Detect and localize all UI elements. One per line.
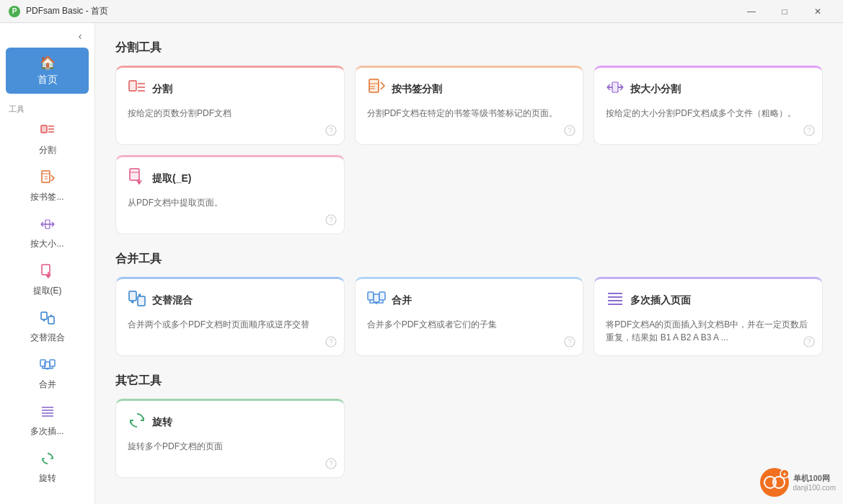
svg-rect-47 <box>612 82 618 92</box>
card-size-header: 按大小分割 <box>606 78 811 101</box>
svg-text:?: ? <box>329 216 333 224</box>
minimize-button[interactable]: — <box>735 0 768 23</box>
svg-rect-17 <box>50 360 55 366</box>
svg-text:?: ? <box>329 127 333 135</box>
titlebar-title: PDFsam Basic - 首页 <box>26 5 735 17</box>
sidebar-section-tools: 工具 <box>0 101 94 116</box>
card-extract-desc: 从PDF文档中提取页面。 <box>128 196 332 225</box>
svg-rect-57 <box>368 292 374 300</box>
main-content: 分割工具 分割 按给定的页数分割PDF文档 ? <box>95 23 843 504</box>
sidebar-item-workzone[interactable]: 工作区 <box>0 500 94 504</box>
card-rotate-icon <box>128 411 146 434</box>
card-rotate[interactable]: 旋转 旋转多个PDF文档的页面 ? <box>115 399 345 478</box>
sidebar-item-extract-label: 提取(E) <box>33 285 62 297</box>
card-size-title: 按大小分割 <box>630 83 681 96</box>
sidebar-collapse-area: ‹ <box>0 23 94 46</box>
sidebar-item-split-label: 分割 <box>39 144 56 156</box>
sidebar-item-home[interactable]: 🏠 首页 <box>6 48 89 94</box>
card-extract-help: ? <box>325 214 337 228</box>
card-size-help: ? <box>803 125 815 138</box>
card-size-icon <box>606 78 624 101</box>
watermark-url: danji100.com <box>793 484 836 492</box>
sidebar-item-alternate[interactable]: 交替混合 <box>4 304 90 350</box>
card-size-split[interactable]: 按大小分割 按给定的大小分割PDF文档成多个文件（粗略）。 ? <box>593 66 823 145</box>
card-alternate[interactable]: 交替混合 合并两个或多个PDF文档时页面顺序或逆序交替 ? <box>115 277 345 356</box>
card-alternate-desc: 合并两个或多个PDF文档时页面顺序或逆序交替 <box>128 318 332 347</box>
card-merge-header: 合并 <box>367 289 572 312</box>
svg-text:?: ? <box>568 127 573 135</box>
card-rotate-header: 旋转 <box>128 411 332 434</box>
watermark-site: 单机100网 <box>793 473 836 484</box>
sidebar-item-alternate-label: 交替混合 <box>30 332 65 344</box>
sidebar-item-extract[interactable]: 提取(E) <box>4 257 90 303</box>
insert-icon <box>40 404 56 423</box>
sidebar-item-insert-label: 多次插... <box>30 425 63 438</box>
card-insert[interactable]: 多次插入页面 将PDF文档A的页面插入到文档B中，并在一定页数后重复，结果如 B… <box>593 277 823 356</box>
sidebar-item-rotate[interactable]: 旋转 <box>4 445 90 490</box>
svg-rect-53 <box>129 291 136 301</box>
card-bookmark-split[interactable]: 按书签分割 分割PDF文档在特定的书签等级书签标记的页面。 ? <box>355 66 584 145</box>
sidebar-collapse-button[interactable]: ‹ <box>73 29 87 43</box>
sidebar-bottom: 工作区 Logs News i 关于(A) <box>0 500 94 504</box>
card-merge-title: 合并 <box>392 294 412 307</box>
split-tools-section: 分割工具 分割 按给定的页数分割PDF文档 ? <box>115 40 823 234</box>
sidebar-item-size-split[interactable]: 按大小... <box>4 211 90 256</box>
titlebar: P PDFsam Basic - 首页 — □ ✕ <box>0 0 843 23</box>
svg-rect-33 <box>129 81 136 91</box>
card-alternate-header: 交替混合 <box>128 289 332 312</box>
card-alternate-icon <box>128 289 146 312</box>
card-extract-icon <box>128 167 146 190</box>
card-split-icon <box>128 78 146 101</box>
svg-rect-59 <box>379 292 385 300</box>
size-split-icon <box>40 216 56 236</box>
card-extract[interactable]: 提取(_E) 从PDF文档中提取页面。 ? <box>115 155 345 234</box>
alternate-icon <box>40 310 56 330</box>
card-merge[interactable]: 合并 合并多个PDF文档或者它们的子集 ? <box>355 277 584 356</box>
card-rotate-desc: 旋转多个PDF文档的页面 <box>128 440 332 469</box>
split-cards-row2: 提取(_E) 从PDF文档中提取页面。 ? <box>115 155 823 234</box>
sidebar-item-bookmark-label: 按书签... <box>30 191 63 203</box>
other-cards-grid: 旋转 旋转多个PDF文档的页面 ? <box>115 399 823 478</box>
app-body: ‹ 🏠 首页 工具 分割 按书签... 按大小... <box>0 23 843 504</box>
card-insert-header: 多次插入页面 <box>606 289 811 312</box>
sidebar-item-insert[interactable]: 多次插... <box>4 398 90 443</box>
card-merge-icon <box>367 289 386 312</box>
card-split-header: 分割 <box>128 78 332 101</box>
svg-text:+: + <box>782 471 786 478</box>
sidebar-item-split[interactable]: 分割 <box>4 117 90 162</box>
card-alternate-help: ? <box>325 336 337 350</box>
split-icon <box>40 123 56 142</box>
card-insert-title: 多次插入页面 <box>630 294 691 307</box>
card-split[interactable]: 分割 按给定的页数分割PDF文档 ? <box>115 66 345 145</box>
maximize-button[interactable]: □ <box>768 0 801 23</box>
svg-text:?: ? <box>807 127 811 135</box>
sidebar-item-bookmark-split[interactable]: 按书签... <box>4 164 90 209</box>
card-split-title: 分割 <box>152 83 172 96</box>
merge-tools-title: 合并工具 <box>115 252 823 267</box>
window-controls: — □ ✕ <box>735 0 834 23</box>
sidebar: ‹ 🏠 首页 工具 分割 按书签... 按大小... <box>0 23 95 504</box>
card-insert-icon <box>606 289 624 312</box>
home-icon: 🏠 <box>40 55 56 71</box>
sidebar-item-merge-label: 合并 <box>39 379 56 391</box>
merge-tools-section: 合并工具 交替混合 合并两个或多个PDF文档时页面顺序或逆序交替 ? <box>115 252 823 356</box>
card-merge-help: ? <box>564 336 575 350</box>
svg-rect-58 <box>374 294 379 302</box>
sidebar-item-merge[interactable]: 合并 <box>4 351 90 397</box>
svg-rect-14 <box>48 317 54 324</box>
sidebar-item-rotate-label: 旋转 <box>39 472 56 485</box>
svg-text:?: ? <box>807 338 811 346</box>
card-split-help: ? <box>325 125 337 138</box>
merge-icon <box>40 357 56 376</box>
svg-rect-39 <box>369 79 379 92</box>
card-merge-desc: 合并多个PDF文档或者它们的子集 <box>367 318 572 347</box>
card-insert-help: ? <box>803 336 815 350</box>
close-button[interactable]: ✕ <box>801 0 834 23</box>
svg-text:?: ? <box>568 338 573 346</box>
merge-cards-grid: 交替混合 合并两个或多个PDF文档时页面顺序或逆序交替 ? 合并 <box>115 277 823 356</box>
svg-rect-0 <box>41 125 47 133</box>
svg-text:?: ? <box>329 338 333 346</box>
card-bookmark-desc: 分割PDF文档在特定的书签等级书签标记的页面。 <box>367 107 572 136</box>
card-bookmark-header: 按书签分割 <box>367 78 572 101</box>
card-extract-title: 提取(_E) <box>152 172 191 185</box>
